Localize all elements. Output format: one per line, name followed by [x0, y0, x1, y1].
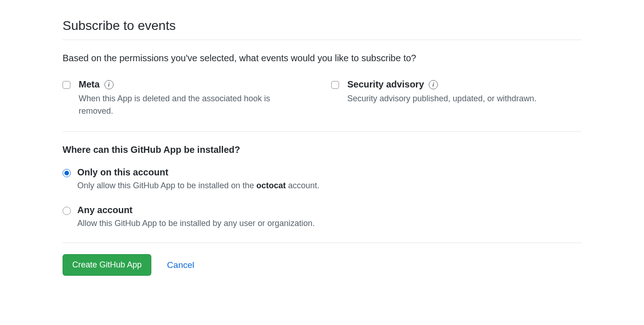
install-heading: Where can this GitHub App be installed? [63, 145, 581, 155]
event-security-advisory-title: Security advisory [347, 79, 424, 90]
event-meta-desc: When this App is deleted and the associa… [79, 93, 290, 117]
radio-any-account[interactable]: Any account Allow this GitHub App to be … [63, 205, 581, 230]
events-row: Meta i When this App is deleted and the … [63, 79, 581, 117]
radio-input-any-account[interactable] [63, 207, 71, 215]
radio-only-this-account[interactable]: Only on this account Only allow this Git… [63, 167, 581, 192]
info-icon[interactable]: i [429, 80, 438, 89]
event-security-advisory-desc: Security advisory published, updated, or… [347, 93, 559, 105]
event-meta: Meta i When this App is deleted and the … [63, 79, 313, 117]
info-icon[interactable]: i [104, 80, 114, 89]
checkbox-meta[interactable] [63, 81, 70, 89]
radio-only-this-account-desc: Only allow this GitHub App to be install… [77, 180, 581, 192]
radio-only-this-account-title: Only on this account [77, 167, 581, 178]
section-intro: Based on the permissions you've selected… [63, 53, 581, 64]
section-title: Subscribe to events [63, 18, 581, 40]
divider [63, 243, 581, 243]
radio-any-account-desc: Allow this GitHub App to be installed by… [77, 217, 581, 230]
divider [63, 40, 581, 40]
radio-any-account-title: Any account [77, 205, 581, 215]
create-github-app-button[interactable]: Create GitHub App [63, 254, 151, 276]
event-security-advisory: Security advisory i Security advisory pu… [331, 79, 581, 105]
desc-prefix: Only allow this GitHub App to be install… [77, 181, 256, 190]
account-name: octocat [256, 181, 286, 190]
event-meta-title: Meta [79, 79, 100, 90]
checkbox-security-advisory[interactable] [331, 81, 339, 89]
desc-suffix: account. [286, 181, 319, 190]
cancel-link[interactable]: Cancel [167, 260, 194, 270]
divider [63, 131, 581, 132]
actions-row: Create GitHub App Cancel [63, 254, 581, 276]
radio-input-only-this-account[interactable] [63, 169, 71, 177]
